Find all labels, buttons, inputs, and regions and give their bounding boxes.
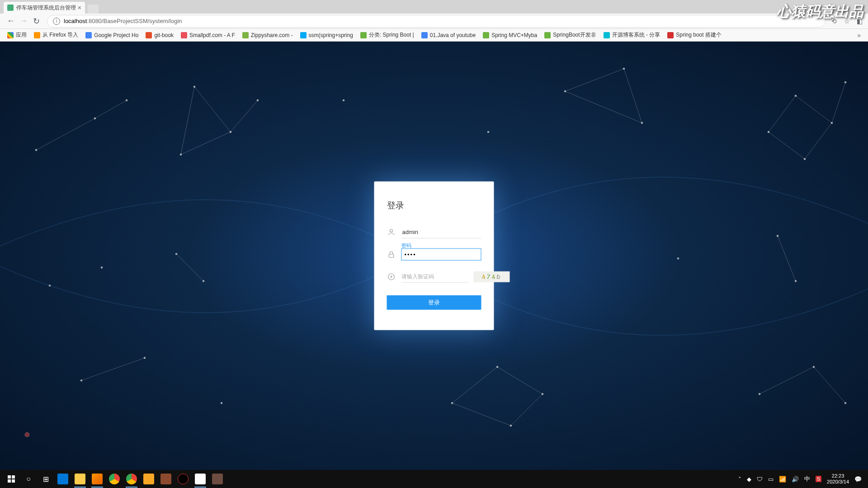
svg-line-4	[95, 100, 127, 118]
bookmark-item[interactable]: 从 Firefox 导入	[31, 30, 81, 40]
clock-time: 22:23	[827, 473, 849, 479]
bookmark-item[interactable]: 分类: Spring Boot |	[358, 30, 417, 40]
task-view-button[interactable]: ⊞	[37, 470, 54, 488]
svg-point-38	[221, 402, 222, 404]
tray-battery-icon[interactable]: ▭	[768, 476, 774, 483]
svg-line-45	[497, 367, 542, 394]
login-card: 登录 密码 4 7 4 b	[374, 182, 494, 330]
bookmark-label: ssm(spring+spring	[309, 32, 353, 38]
svg-rect-59	[389, 254, 394, 257]
svg-line-29	[769, 132, 805, 159]
taskbar-app[interactable]	[157, 470, 175, 488]
new-tab-button[interactable]	[88, 5, 99, 14]
bookmark-item[interactable]: Spring boot 搭建个	[665, 30, 724, 40]
bookmark-item[interactable]: Zippyshare.com -	[240, 31, 296, 40]
bookmark-favicon-icon	[360, 32, 367, 38]
bookmark-item[interactable]: ssm(spring+spring	[297, 31, 356, 40]
forward-button[interactable]: →	[17, 15, 30, 28]
bookmark-label: Spring MVC+Myba	[491, 32, 537, 38]
apps-button[interactable]: 应用	[5, 30, 29, 40]
svg-line-47	[452, 403, 511, 426]
svg-point-48	[677, 258, 679, 259]
svg-line-35	[176, 254, 203, 281]
taskbar-app[interactable]	[140, 470, 157, 488]
bookmark-label: 从 Firefox 导入	[42, 31, 78, 39]
url-input[interactable]: i localhost:8080/BaseProjectSSM/system/l…	[47, 15, 826, 28]
browser-tab[interactable]: 停车场管理系统后台管理 ×	[4, 2, 85, 14]
tray-wifi-icon[interactable]: 📶	[779, 476, 786, 483]
svg-point-58	[390, 230, 393, 232]
reload-button[interactable]: ↻	[30, 15, 42, 28]
captcha-icon	[387, 272, 396, 281]
captcha-image[interactable]: 4 7 4 b	[474, 271, 510, 282]
bookmark-item[interactable]: Google Project Ho	[83, 31, 141, 40]
bookmark-favicon-icon	[300, 32, 307, 38]
tray-volume-icon[interactable]: 🔊	[792, 476, 799, 483]
captcha-input[interactable]	[401, 271, 469, 283]
tray-input-icon[interactable]: S	[816, 476, 821, 482]
svg-line-56	[814, 367, 845, 403]
start-button[interactable]	[3, 470, 20, 488]
svg-point-14	[487, 131, 489, 133]
tab-close-icon[interactable]: ×	[78, 4, 81, 11]
username-input[interactable]	[401, 226, 481, 239]
svg-line-26	[769, 96, 796, 132]
lock-icon	[387, 250, 396, 259]
bookmark-bar: 应用 从 Firefox 导入 Google Project Ho git-bo…	[0, 29, 868, 42]
svg-line-3	[36, 118, 95, 150]
bookmark-overflow-button[interactable]: »	[854, 32, 863, 39]
tray-ime-icon[interactable]: 中	[804, 475, 810, 483]
bookmark-label: Google Project Ho	[94, 32, 138, 38]
bookmark-favicon-icon	[85, 32, 92, 38]
svg-line-46	[511, 394, 542, 426]
svg-line-51	[778, 236, 796, 281]
bookmark-label: Spring boot 搭建个	[676, 31, 722, 39]
tray-icon[interactable]: ◆	[747, 476, 751, 483]
svg-line-10	[181, 132, 231, 155]
notifications-icon[interactable]: 💬	[854, 476, 862, 483]
tray-chevron-icon[interactable]: ˄	[738, 476, 741, 483]
svg-line-19	[624, 69, 642, 123]
svg-point-13	[343, 99, 344, 101]
svg-line-9	[194, 87, 231, 132]
login-submit-button[interactable]: 登录	[387, 296, 481, 310]
bookmark-item[interactable]: 01.Java of youtube	[419, 31, 478, 40]
bookmark-item[interactable]: Spring MVC+Myba	[480, 31, 540, 40]
bookmark-favicon-icon	[667, 32, 674, 38]
cortana-button[interactable]: ○	[20, 470, 37, 488]
taskbar-app-chrome[interactable]	[106, 470, 123, 488]
taskbar-app-chrome-active[interactable]	[123, 470, 140, 488]
taskbar-app-edge[interactable]	[54, 470, 71, 488]
bookmark-favicon-icon	[34, 32, 40, 38]
back-button[interactable]: ←	[5, 15, 17, 28]
svg-line-20	[565, 91, 642, 123]
system-tray: ˄ ◆ 🛡 ▭ 📶 🔊 中 S 22:23 2020/3/14 💬	[738, 473, 865, 485]
username-row	[387, 226, 481, 239]
browser-chrome: 停车场管理系统后台管理 × ← → ↻ i localhost:8080/Bas…	[0, 0, 868, 42]
site-info-icon[interactable]: i	[53, 18, 60, 25]
taskbar-app[interactable]	[175, 470, 192, 488]
taskbar-app[interactable]	[209, 470, 226, 488]
password-input[interactable]	[401, 249, 481, 261]
watermark-text: 心猿码意出品	[777, 2, 863, 22]
bookmark-item[interactable]: 开源博客系统 - 分享	[601, 30, 663, 40]
svg-line-18	[565, 69, 624, 91]
bookmark-label: 分类: Spring Boot |	[369, 31, 414, 39]
bookmark-item[interactable]: git-book	[143, 31, 176, 40]
user-icon	[387, 228, 396, 237]
password-label: 密码	[401, 242, 411, 249]
tray-shield-icon[interactable]: 🛡	[757, 476, 763, 483]
taskbar-app[interactable]	[192, 470, 209, 488]
bookmark-item[interactable]: Smallpdf.com - A F	[178, 31, 238, 40]
svg-rect-62	[12, 475, 15, 479]
taskbar-clock[interactable]: 22:23 2020/3/14	[827, 473, 849, 485]
taskbar-app-explorer[interactable]	[71, 470, 89, 488]
taskbar-app-firefox[interactable]	[89, 470, 106, 488]
url-path: :8080/BaseProjectSSM/system/login	[87, 18, 182, 24]
login-heading: 登录	[387, 200, 481, 211]
svg-point-32	[101, 267, 103, 268]
bookmark-favicon-icon	[242, 32, 249, 38]
bookmark-label: 开源博客系统 - 分享	[612, 31, 660, 39]
bookmark-favicon-icon	[483, 32, 489, 38]
bookmark-item[interactable]: SpringBoot开发非	[542, 30, 599, 40]
